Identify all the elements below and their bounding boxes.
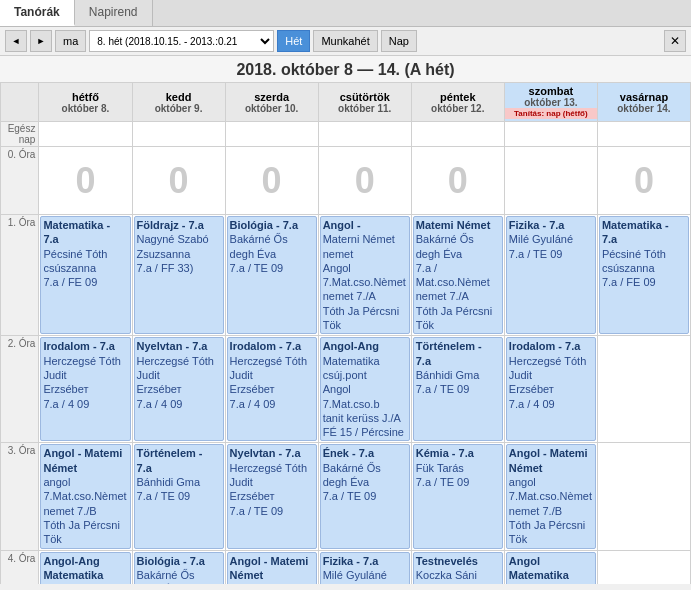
egész-nap-row: Egész nap xyxy=(1,122,691,147)
day-header-thu: csütörtök október 11. xyxy=(318,83,411,122)
saturday-notice: Tanítás: nap (hétfő) xyxy=(505,108,597,119)
view-munkahét-button[interactable]: Munkahét xyxy=(313,30,377,52)
day-header-sat: szombat október 13. Tanítás: nap (hétfő) xyxy=(504,83,597,122)
hour-row-4: 4. ÓraAngol-Ang MatematikaHerczegsé *Mat… xyxy=(1,550,691,584)
day-date-sat: október 13. xyxy=(505,97,597,108)
day-date-tue: október 9. xyxy=(133,103,225,114)
day-header-fri: péntek október 12. xyxy=(411,83,504,122)
app-container: Tanórák Napirend ◄ ► ma 8. hét (2018.10.… xyxy=(0,0,691,590)
hour-row-0: 0. Óra000000 xyxy=(1,147,691,215)
hour-row-1: 1. ÓraMatematika - 7.aPécsiné Tóthcsúsza… xyxy=(1,215,691,336)
close-button[interactable]: ✕ xyxy=(664,30,686,52)
day-name-fri: péntek xyxy=(412,91,504,103)
day-date-thu: október 11. xyxy=(319,103,411,114)
day-header-mon: hétfő október 8. xyxy=(39,83,132,122)
hour-row-3: 3. ÓraAngol - Matemi Németangol 7.Mat.cs… xyxy=(1,443,691,550)
day-date-mon: október 8. xyxy=(39,103,131,114)
today-button[interactable]: ma xyxy=(55,30,86,52)
week-title: 2018. október 8 — 14. (A hét) xyxy=(0,56,691,82)
next-button[interactable]: ► xyxy=(30,30,52,52)
toolbar: ◄ ► ma 8. hét (2018.10.15. - 2013.:0.21 … xyxy=(0,27,691,56)
day-name-tue: kedd xyxy=(133,91,225,103)
calendar-table: hétfő október 8. kedd október 9. szerda … xyxy=(0,82,691,584)
tab-napirend[interactable]: Napirend xyxy=(75,0,153,26)
day-header-sun: vasárnap október 14. xyxy=(597,83,690,122)
calendar-container: hétfő október 8. kedd október 9. szerda … xyxy=(0,82,691,584)
day-name-thu: csütörtök xyxy=(319,91,411,103)
time-header xyxy=(1,83,39,122)
top-tabs: Tanórák Napirend xyxy=(0,0,691,27)
day-header-tue: kedd október 9. xyxy=(132,83,225,122)
day-name-sat: szombat xyxy=(505,85,597,97)
day-date-wed: október 10. xyxy=(226,103,318,114)
tab-tanórak[interactable]: Tanórák xyxy=(0,0,75,26)
view-het-button[interactable]: Hét xyxy=(277,30,310,52)
day-name-mon: hétfő xyxy=(39,91,131,103)
day-name-sun: vasárnap xyxy=(598,91,690,103)
prev-button[interactable]: ◄ xyxy=(5,30,27,52)
day-header-wed: szerda október 10. xyxy=(225,83,318,122)
day-date-sun: október 14. xyxy=(598,103,690,114)
view-nap-button[interactable]: Nap xyxy=(381,30,417,52)
hour-row-2: 2. ÓraIrodalom - 7.aHerczegsé Tóth Judit… xyxy=(1,336,691,443)
day-header-row: hétfő október 8. kedd október 9. szerda … xyxy=(1,83,691,122)
week-select[interactable]: 8. hét (2018.10.15. - 2013.:0.21 xyxy=(89,30,274,52)
day-name-wed: szerda xyxy=(226,91,318,103)
day-date-fri: október 12. xyxy=(412,103,504,114)
